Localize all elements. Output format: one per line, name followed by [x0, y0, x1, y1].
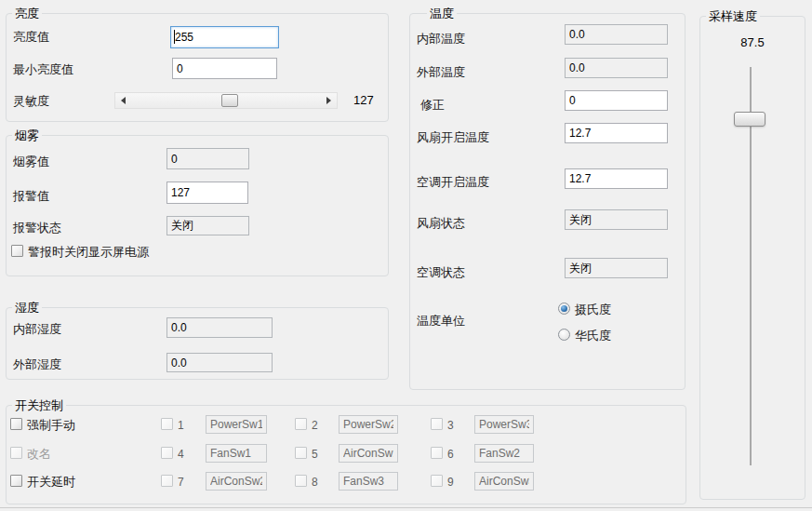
scroll-right-arrow-icon[interactable]: [326, 97, 331, 104]
sampling-value: 87.5: [699, 35, 805, 49]
switch-5-name-field: [339, 444, 398, 463]
force-manual-checkbox-label[interactable]: 强制手动: [27, 417, 75, 434]
external-temp-field[interactable]: [565, 58, 668, 78]
switch-3-checkbox: [431, 418, 443, 430]
switch-8-checkbox: [295, 475, 307, 487]
fan-on-temp-input[interactable]: [565, 123, 668, 143]
switch-5-number: 5: [312, 448, 318, 461]
sensitivity-scrollbar-thumb[interactable]: [221, 94, 238, 107]
switch-4-name-field: [206, 444, 267, 463]
sampling-group: 采样速度: [699, 16, 805, 500]
internal-temp-field[interactable]: [565, 24, 668, 45]
celsius-radio[interactable]: [558, 303, 570, 315]
switch-2-name-field: [339, 415, 398, 434]
switch-7-number: 7: [178, 476, 184, 489]
brightness-group-title: 亮度: [12, 6, 42, 22]
alarm-poweroff-checkbox[interactable]: [11, 245, 23, 257]
internal-temp-label: 内部温度: [417, 31, 465, 47]
fahrenheit-radio[interactable]: [558, 329, 570, 341]
switch-5-checkbox: [295, 447, 307, 459]
min-brightness-input[interactable]: [172, 58, 277, 79]
switch-7-checkbox: [161, 475, 173, 487]
ac-on-temp-label: 空调开启温度: [417, 174, 489, 191]
settings-panel: 亮度 亮度值 最小亮度值 灵敏度 127 烟雾 烟雾值 报警值 报警状态 警报时…: [0, 0, 812, 511]
switch-8-number: 8: [312, 476, 318, 489]
switch-1-name-field: [206, 415, 267, 434]
smoke-group-title: 烟雾: [12, 128, 42, 144]
switch-6-name-field: [474, 444, 534, 463]
switch-8-name-field: [339, 472, 398, 491]
sensitivity-scrollbar[interactable]: [114, 92, 338, 109]
switch-2-checkbox: [295, 418, 307, 430]
alarm-status-label: 报警状态: [13, 220, 61, 236]
alarm-value-label: 报警值: [13, 188, 49, 205]
switch-1-checkbox: [161, 418, 173, 430]
switch-4-number: 4: [178, 448, 184, 461]
switch-9-checkbox: [431, 475, 443, 487]
scroll-left-arrow-icon[interactable]: [121, 97, 126, 104]
fan-on-temp-label: 风扇开启温度: [417, 129, 489, 146]
fan-status-field[interactable]: [565, 209, 668, 230]
switch-control-group-title: 开关控制: [12, 397, 66, 414]
correction-input[interactable]: [565, 90, 668, 111]
ac-status-label: 空调状态: [417, 264, 465, 281]
rename-checkbox-label: 改名: [27, 446, 51, 463]
external-humidity-field[interactable]: [166, 353, 273, 372]
sampling-group-title: 采样速度: [706, 8, 760, 25]
ac-on-temp-input[interactable]: [565, 168, 668, 189]
alarm-poweroff-checkbox-label[interactable]: 警报时关闭显示屏电源: [28, 244, 149, 261]
min-brightness-label: 最小亮度值: [13, 61, 73, 78]
rename-checkbox: [10, 447, 22, 459]
brightness-value-input[interactable]: [170, 26, 279, 48]
internal-humidity-label: 内部湿度: [13, 321, 61, 338]
alarm-value-input[interactable]: [166, 182, 248, 204]
switch-1-number: 1: [178, 419, 184, 432]
switch-3-name-field: [474, 415, 534, 434]
switch-4-checkbox: [161, 447, 173, 459]
smoke-value-field[interactable]: [166, 148, 249, 169]
text-caret: [174, 30, 175, 44]
switch-9-name-field: [474, 472, 534, 491]
temp-unit-label: 温度单位: [417, 313, 465, 329]
force-manual-checkbox[interactable]: [10, 418, 22, 430]
switch-6-checkbox: [431, 447, 443, 459]
sensitivity-label: 灵敏度: [13, 93, 49, 110]
ac-status-field[interactable]: [565, 258, 668, 278]
humidity-group-title: 湿度: [12, 300, 42, 316]
fan-status-label: 风扇状态: [417, 215, 465, 232]
sampling-slider-track[interactable]: [750, 67, 752, 465]
fahrenheit-radio-label[interactable]: 华氏度: [575, 328, 611, 344]
switch-2-number: 2: [312, 419, 318, 432]
internal-humidity-field[interactable]: [166, 317, 273, 338]
switch-delay-checkbox[interactable]: [10, 475, 22, 487]
external-temp-label: 外部温度: [417, 64, 465, 81]
switch-6-number: 6: [447, 448, 454, 461]
external-humidity-label: 外部湿度: [13, 356, 61, 373]
brightness-value-label: 亮度值: [13, 29, 49, 46]
smoke-value-label: 烟雾值: [13, 154, 49, 170]
sampling-slider-thumb[interactable]: [734, 112, 765, 127]
alarm-status-field[interactable]: [166, 216, 249, 235]
switch-3-number: 3: [447, 419, 454, 432]
switch-7-name-field: [206, 472, 267, 491]
sensitivity-value: 127: [353, 93, 374, 107]
switch-delay-checkbox-label[interactable]: 开关延时: [27, 474, 75, 491]
correction-label: 修正: [420, 97, 445, 114]
switch-9-number: 9: [447, 476, 454, 489]
panel-bottom-edge: [0, 507, 812, 508]
celsius-radio-label[interactable]: 摄氏度: [575, 302, 611, 318]
temperature-group-title: 温度: [427, 6, 457, 22]
